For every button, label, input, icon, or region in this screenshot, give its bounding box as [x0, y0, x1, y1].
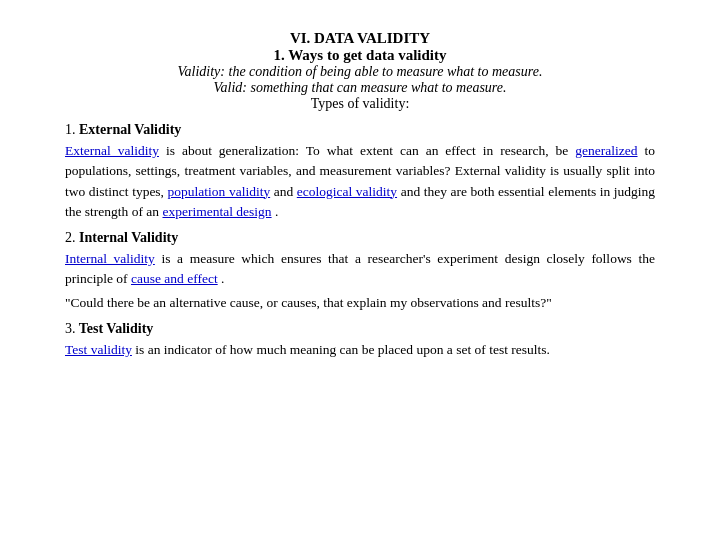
external-validity-title: 1. External Validity [65, 122, 655, 138]
population-validity-link[interactable]: population validity [168, 184, 271, 199]
section2-number: 2. [65, 230, 76, 245]
test-validity-link[interactable]: Test validity [65, 342, 132, 357]
internal-validity-link[interactable]: Internal validity [65, 251, 155, 266]
section3-bold-title: Test Validity [76, 321, 154, 336]
tv-text1: is an indicator of how much meaning can … [135, 342, 550, 357]
external-validity-body: External validity is about generalizatio… [65, 141, 655, 222]
cause-effect-link[interactable]: cause and effect [131, 271, 218, 286]
section1-bold-title: External Validity [76, 122, 182, 137]
internal-validity-body: Internal validity is a measure which ens… [65, 249, 655, 290]
section1-number: 1. [65, 122, 76, 137]
page-container: VI. DATA VALIDITY 1. Ways to get data va… [0, 0, 720, 540]
validity-definition: Validity: the condition of being able to… [65, 64, 655, 80]
ev-text3: and [274, 184, 297, 199]
test-validity-title: 3. Test Validity [65, 321, 655, 337]
header-section: VI. DATA VALIDITY 1. Ways to get data va… [65, 30, 655, 112]
quote-text: "Could there be an alternative cause, or… [65, 295, 552, 310]
iv-text2: . [221, 271, 224, 286]
valid-italic: Valid [214, 80, 243, 95]
valid-definition: Valid: something that can measure what t… [65, 80, 655, 96]
validity-italic: Validity [178, 64, 221, 79]
section3-number: 3. [65, 321, 76, 336]
generalized-link[interactable]: generalized [575, 143, 637, 158]
sub-title: 1. Ways to get data validity [65, 47, 655, 64]
section-test-validity: 3. Test Validity Test validity is an ind… [65, 321, 655, 360]
valid-rest: : something that can measure what to mea… [242, 80, 506, 95]
experimental-design-link[interactable]: experimental design [162, 204, 271, 219]
internal-validity-quote: "Could there be an alternative cause, or… [65, 293, 655, 313]
test-validity-body: Test validity is an indicator of how muc… [65, 340, 655, 360]
ev-text1: is about generalization: To what extent … [166, 143, 575, 158]
section-internal-validity: 2. Internal Validity Internal validity i… [65, 230, 655, 313]
main-title: VI. DATA VALIDITY [65, 30, 655, 47]
section-external-validity: 1. External Validity External validity i… [65, 122, 655, 222]
external-validity-link[interactable]: External validity [65, 143, 159, 158]
ev-text5: . [275, 204, 278, 219]
internal-validity-title: 2. Internal Validity [65, 230, 655, 246]
types-of-validity-title: Types of validity: [65, 96, 655, 112]
ecological-validity-link[interactable]: ecological validity [297, 184, 397, 199]
validity-rest: : the condition of being able to measure… [220, 64, 542, 79]
section2-bold-title: Internal Validity [76, 230, 179, 245]
